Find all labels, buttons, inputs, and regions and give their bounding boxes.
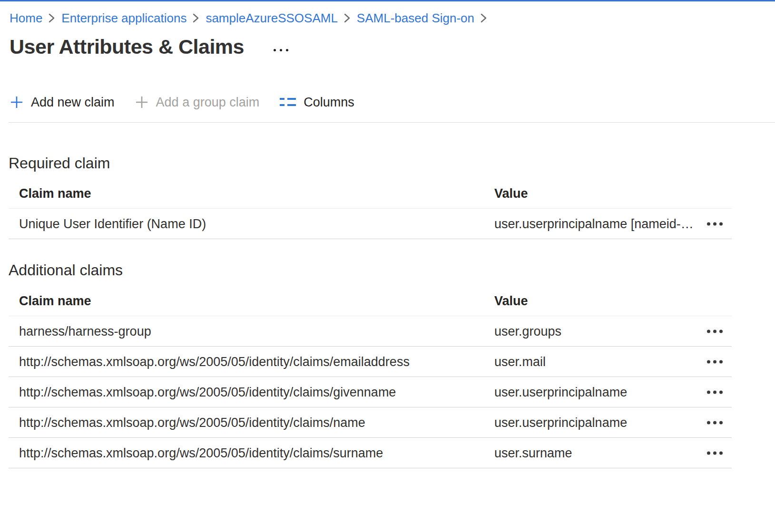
row-more-button[interactable] [704, 387, 726, 397]
claim-value-cell: user.userprincipalname [494, 415, 627, 430]
table-header-row: Claim name Value [9, 286, 732, 316]
table-row-name[interactable]: http://schemas.xmlsoap.org/ws/2005/05/id… [9, 407, 732, 438]
table-row-surname[interactable]: http://schemas.xmlsoap.org/ws/2005/05/id… [9, 438, 732, 468]
add-group-claim-button[interactable]: Add a group claim [135, 95, 260, 110]
row-more-button[interactable] [704, 327, 726, 336]
row-more-button[interactable] [704, 448, 726, 457]
table-header-row: Claim name Value [9, 178, 732, 209]
claim-value-cell: user.mail [494, 354, 546, 369]
additional-claims-heading: Additional claims [9, 261, 123, 279]
plus-icon [10, 95, 24, 109]
page-header: User Attributes & Claims [10, 33, 290, 60]
chevron-right-icon [48, 12, 56, 24]
required-claim-heading: Required claim [9, 154, 110, 172]
claim-name-cell: http://schemas.xmlsoap.org/ws/2005/05/id… [19, 385, 396, 399]
table-row-emailaddress[interactable]: http://schemas.xmlsoap.org/ws/2005/05/id… [9, 347, 732, 377]
columns-icon [279, 96, 296, 108]
add-new-claim-label: Add new claim [31, 95, 115, 110]
add-group-claim-label: Add a group claim [156, 95, 260, 110]
breadcrumb-link-home[interactable]: Home [10, 10, 42, 26]
claim-name-cell: harness/harness-group [19, 324, 151, 339]
claim-value-cell: user.surname [494, 445, 572, 460]
claim-name-cell: http://schemas.xmlsoap.org/ws/2005/05/id… [19, 415, 365, 430]
table-row-givenname[interactable]: http://schemas.xmlsoap.org/ws/2005/05/id… [9, 377, 732, 407]
plus-icon [135, 95, 149, 109]
claim-value-cell: user.groups [494, 324, 561, 339]
row-more-button[interactable] [704, 418, 726, 427]
claim-value-cell: user.userprincipalname [nameid-for... [494, 216, 694, 231]
breadcrumb-link-saml-signon[interactable]: SAML-based Sign-on [357, 10, 474, 26]
page-title: User Attributes & Claims [10, 33, 244, 60]
row-more-button[interactable] [704, 357, 726, 366]
chevron-right-icon [192, 12, 200, 24]
claim-name-cell: http://schemas.xmlsoap.org/ws/2005/05/id… [19, 445, 383, 460]
table-row-unique-user-identifier[interactable]: Unique User Identifier (Name ID) user.us… [9, 209, 732, 239]
add-new-claim-button[interactable]: Add new claim [10, 95, 115, 110]
breadcrumb: Home Enterprise applications sampleAzure… [10, 10, 493, 26]
command-bar: Add new claim Add a group claim Columns [10, 92, 374, 113]
breadcrumb-link-app[interactable]: sampleAzureSSOSAML [206, 10, 337, 26]
columns-button[interactable]: Columns [279, 95, 354, 110]
claim-name-cell: http://schemas.xmlsoap.org/ws/2005/05/id… [19, 354, 410, 369]
user-attributes-claims-page: { "colors": { "top_bar_blue": "#3276d6",… [0, 0, 775, 532]
breadcrumb-link-enterprise-applications[interactable]: Enterprise applications [61, 10, 186, 26]
chevron-right-icon [480, 12, 488, 24]
toolbar-divider [9, 122, 775, 123]
top-accent-bar [0, 0, 775, 1]
row-more-button[interactable] [704, 219, 726, 228]
column-header-value: Value [494, 293, 528, 308]
columns-label: Columns [304, 95, 354, 110]
additional-claims-table: Claim name Value harness/harness-group u… [9, 286, 732, 468]
chevron-right-icon [343, 12, 351, 24]
table-row-group-claim[interactable]: harness/harness-group user.groups [9, 316, 732, 347]
claim-value-cell: user.userprincipalname [494, 385, 627, 399]
claim-name-cell: Unique User Identifier (Name ID) [19, 216, 206, 231]
column-header-value: Value [494, 186, 528, 201]
column-header-claim-name: Claim name [19, 186, 91, 201]
required-claims-table: Claim name Value Unique User Identifier … [9, 178, 732, 239]
page-more-options-button[interactable] [272, 47, 290, 53]
column-header-claim-name: Claim name [19, 293, 91, 308]
